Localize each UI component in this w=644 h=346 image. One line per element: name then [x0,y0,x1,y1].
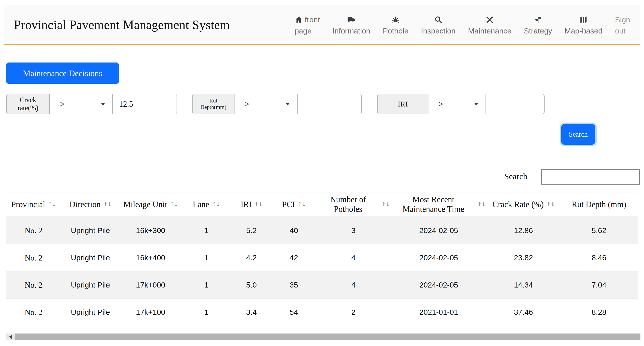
nav-item-pothole[interactable]: Pothole [383,15,408,36]
column-label: IRI [240,200,252,209]
table-cell: 23.82 [486,252,560,264]
sort-icon[interactable]: ↑↓ [477,201,485,208]
table-search-input[interactable] [541,169,640,185]
crack-rate-label-line1: Crack [20,96,36,104]
crack-rate-operator-select[interactable]: ≥ [49,94,113,114]
table-cell: 4 [316,279,391,291]
sort-icon[interactable]: ↑↓ [212,201,220,208]
column-label: Direction [70,200,101,209]
iri-input[interactable] [486,94,544,114]
sort-icon[interactable]: ↑↓ [103,201,111,208]
column-header-iri[interactable]: IRI ↑↓ [232,198,272,211]
nav-item-sign-out[interactable]: Sign out [615,15,630,36]
table-cell: No. 2 [6,251,61,264]
table-cell: 8.28 [560,306,638,318]
table-row: No. 2Upright Pile16k+30015.24032024-02-0… [6,217,638,244]
sort-icon[interactable]: ↑↓ [48,201,56,208]
column-header-most-recent-maintenance-time[interactable]: Most Recent Maintenance Time ↑↓ [391,193,486,216]
column-header-lane[interactable]: Lane ↑↓ [181,198,232,211]
sort-icon[interactable]: ↑↓ [546,201,554,208]
table-cell: 17k+100 [120,306,181,318]
table-cell: No. 2 [6,279,61,291]
horizontal-scrollbar [6,333,640,340]
nav-item-label: Inspection [421,26,456,36]
table-cell: 40 [272,224,316,237]
scrollbar-left-arrow[interactable] [6,333,14,340]
rut-depth-label-line1: Rut [209,98,217,104]
table-cell: 12.86 [486,224,560,237]
nav-item-strategy[interactable]: Strategy [524,15,552,36]
table-header-row: Provincial ↑↓ Direction ↑↓ Mileage Unit … [6,192,638,217]
table-cell: 3.4 [232,306,272,318]
nav-item-front-page[interactable]: front page [295,15,320,36]
rut-depth-input[interactable] [297,94,362,114]
table-cell: 2 [316,306,391,318]
column-label: Provincial [11,200,45,209]
column-header-direction[interactable]: Direction ↑↓ [61,198,120,211]
table-row: No. 2Upright Pile17k+10013.45422021-01-0… [6,299,638,326]
rut-depth-label-line2: Depth(mm) [200,104,226,110]
maintenance-decisions-button[interactable]: Maintenance Decisions [6,63,119,84]
bug-icon [392,16,400,24]
nav-item-information[interactable]: Information [332,15,370,36]
column-header-number-of-potholes[interactable]: Number of Potholes ↑↓ [316,193,391,216]
table-cell: 42 [272,252,316,264]
column-label: Lane [193,200,209,209]
sort-icon[interactable]: ↑↓ [382,201,390,208]
table-cell: 5.2 [232,224,272,237]
column-label: Number of Potholes [318,195,379,214]
table-cell: Upright Pile [61,252,120,264]
table-cell: No. 2 [6,224,61,237]
table-cell: 5.62 [560,224,638,237]
table-search-label: Search [504,171,527,181]
header: Provincial Pavement Management System fr… [4,5,640,45]
filter-rut-depth: Rut Depth(mm) ≥ [192,94,362,114]
column-header-provincial[interactable]: Provincial ↑↓ [6,198,61,211]
table-cell: 3 [316,224,391,237]
nav-item-map-based[interactable]: Map-based [565,15,602,36]
iri-label: IRI [377,94,428,114]
results-table: Provincial ↑↓ Direction ↑↓ Mileage Unit … [6,192,638,326]
rut-depth-operator-select[interactable]: ≥ [234,94,298,114]
table-cell: 1 [181,252,232,264]
scrollbar-thumb[interactable] [15,333,640,340]
crack-rate-label: Crack rate(%) [6,94,50,114]
table-cell: 16k+300 [120,224,181,237]
search-button[interactable]: Search [561,124,595,145]
nav-item-maintenance[interactable]: Maintenance [468,15,512,36]
table-body: No. 2Upright Pile16k+30015.24032024-02-0… [6,217,638,326]
table-cell: Upright Pile [61,224,120,237]
column-header-mileage-unit[interactable]: Mileage Unit ↑↓ [120,198,181,211]
column-header-rut-depth[interactable]: Rut Depth (mm) [560,198,638,211]
operator-value: ≥ [60,99,65,109]
filter-crack-rate: Crack rate(%) ≥ [6,94,177,114]
sort-icon[interactable]: ↑↓ [298,201,306,208]
main-nav: front page Information Pothole [295,14,630,36]
table-row: No. 2Upright Pile17k+00015.03542024-02-0… [6,271,638,299]
column-label: Most Recent Maintenance Time [392,195,474,214]
chevron-down-icon [474,103,478,105]
table-cell: 16k+400 [120,252,181,264]
iri-label-text: IRI [398,100,408,108]
tools-icon [486,16,494,24]
operator-value: ≥ [244,99,250,109]
left-triangle-icon [9,335,12,339]
table-cell: 37.46 [486,306,560,318]
iri-operator-select[interactable]: ≥ [428,94,486,114]
column-label: Mileage Unit [123,200,167,209]
crack-rate-input[interactable] [112,94,177,114]
chevron-down-icon [286,103,290,105]
column-header-crack-rate[interactable]: Crack Rate (%) ↑↓ [486,198,560,211]
column-header-pci[interactable]: PCI ↑↓ [272,198,316,211]
table-cell: 2024-02-05 [391,279,486,291]
nav-item-inspection[interactable]: Inspection [421,15,456,36]
sort-icon[interactable]: ↑↓ [254,201,262,208]
column-label: Rut Depth (mm) [572,200,626,209]
sort-icon[interactable]: ↑↓ [170,201,178,208]
table-cell: Upright Pile [61,279,120,291]
app-title: Provincial Pavement Management System [14,18,230,32]
chevron-down-icon [101,103,105,105]
nav-item-label: Pothole [383,26,408,36]
table-cell: 8.46 [560,252,638,264]
table-cell: 1 [181,306,232,318]
